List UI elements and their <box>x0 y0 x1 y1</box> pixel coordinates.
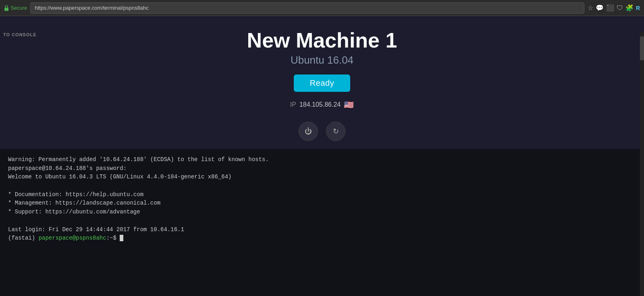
terminal-line-1: Warning: Permanently added '10.64.24.188… <box>8 155 636 164</box>
ready-button[interactable]: Ready <box>294 75 350 92</box>
terminal-line-9: Last login: Fri Dec 29 14:44:44 2017 fro… <box>8 226 636 234</box>
lock-icon <box>4 5 9 11</box>
terminal-prompt-line: (fastai) paperspace@pspns8ahc:~$ <box>8 234 636 243</box>
to-console-label: TO CONSOLE <box>0 31 40 39</box>
puzzle-icon[interactable]: 🧩 <box>625 4 634 12</box>
svg-rect-0 <box>4 8 8 11</box>
browser-icons: ☆ 💬 ⬛ 🛡 🧩 R <box>588 4 640 12</box>
shield-icon[interactable]: 🛡 <box>617 4 623 12</box>
info-panel: New Machine 1 Ubuntu 16.04 Ready IP 184.… <box>0 16 644 149</box>
url-bar[interactable]: https://www.paperspace.com/terminal/pspn… <box>30 2 584 14</box>
scrollbar[interactable] <box>640 32 644 296</box>
extensions-icon[interactable]: ⬛ <box>606 4 614 12</box>
terminal-line-3: Welcome to Ubuntu 16.04.3 LTS (GNU/Linux… <box>8 173 636 182</box>
prompt-prefix: (fastai) <box>8 235 39 241</box>
terminal-cursor <box>120 235 123 241</box>
url-text: https://www.paperspace.com/terminal/pspn… <box>35 5 149 11</box>
terminal-line-4 <box>8 182 636 190</box>
power-button[interactable]: ⏻ <box>299 122 318 141</box>
browser-bar: Secure https://www.paperspace.com/termin… <box>0 0 644 16</box>
refresh-button[interactable]: ↻ <box>326 122 345 141</box>
terminal[interactable]: Warning: Permanently added '10.64.24.188… <box>0 149 644 296</box>
prompt-suffix: :~$ <box>106 235 120 241</box>
secure-badge: Secure <box>4 5 27 11</box>
power-icon: ⏻ <box>305 127 312 136</box>
machine-subtitle: Ubuntu 16.04 <box>291 54 353 66</box>
ip-label: IP <box>290 101 296 108</box>
action-buttons: ⏻ ↻ <box>299 122 345 141</box>
scrollbar-thumb[interactable] <box>640 36 644 60</box>
terminal-line-7: * Support: https://ubuntu.com/advantage <box>8 208 636 217</box>
prompt-user: paperspace@pspns8ahc <box>39 235 106 241</box>
star-icon[interactable]: ☆ <box>588 4 593 12</box>
secure-label: Secure <box>10 5 27 11</box>
terminal-line-2: paperspace@10.64.24.188's password: <box>8 164 636 173</box>
flag-icon: 🇺🇸 <box>344 100 354 110</box>
profile-icon[interactable]: R <box>636 5 640 11</box>
ip-line: IP 184.105.86.24 🇺🇸 <box>290 100 354 110</box>
machine-title: New Machine 1 <box>247 28 397 52</box>
terminal-line-5: * Documentation: https://help.ubuntu.com <box>8 190 636 199</box>
main-content: TO CONSOLE New Machine 1 Ubuntu 16.04 Re… <box>0 16 644 296</box>
chat-icon[interactable]: 💬 <box>596 4 604 12</box>
terminal-line-6: * Management: https://landscape.canonica… <box>8 199 636 208</box>
terminal-line-8 <box>8 217 636 226</box>
ip-value: 184.105.86.24 <box>299 101 341 108</box>
refresh-icon: ↻ <box>333 127 339 136</box>
